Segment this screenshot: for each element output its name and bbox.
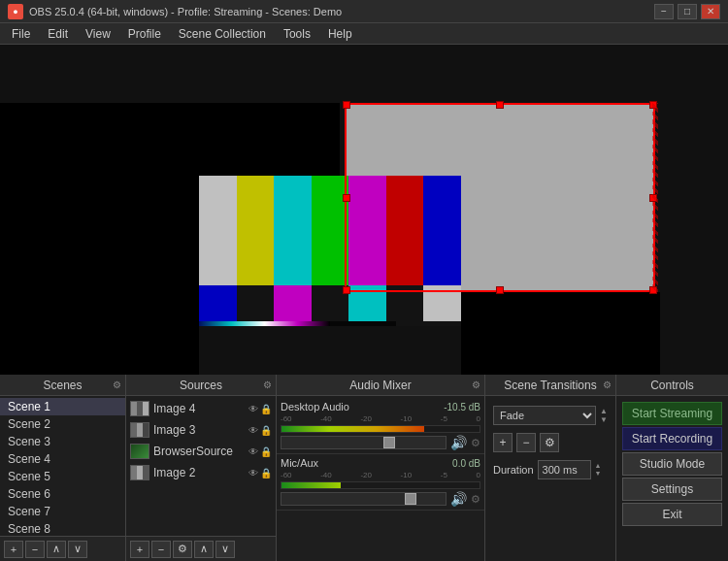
scene-item-6[interactable]: Scene 6 <box>0 485 125 503</box>
transition-settings-button[interactable]: ⚙ <box>540 433 559 452</box>
add-source-button[interactable]: + <box>130 541 149 558</box>
sources-panel-header: Sources ⚙ <box>126 375 276 396</box>
exit-button[interactable]: Exit <box>622 503 722 526</box>
close-button[interactable]: ✕ <box>701 4 720 19</box>
fader-thumb-mic[interactable] <box>405 493 416 505</box>
menu-edit[interactable]: Edit <box>40 24 76 44</box>
minimize-button[interactable]: − <box>654 4 674 19</box>
menu-scene-collection[interactable]: Scene Collection <box>171 24 274 44</box>
source-item-browser[interactable]: BrowserSource 👁 🔒 <box>126 441 276 462</box>
remove-transition-button[interactable]: − <box>516 433 536 452</box>
level-meter-mic <box>281 481 480 489</box>
transitions-action-row: + − ⚙ <box>489 429 612 456</box>
source-thumb-image3 <box>130 422 149 438</box>
level-markers-mic: -60-40-20-10-50 <box>281 471 480 479</box>
source-name-browser: BrowserSource <box>153 445 245 458</box>
preview-black-around-bars <box>199 326 461 375</box>
audio-mixer-header: Audio Mixer ⚙ <box>277 375 484 396</box>
panels-row: Scenes ⚙ Scene 1 Scene 2 Scene 3 Scene 4… <box>0 375 728 561</box>
fader-row-mic: 🔊 ⚙ <box>281 491 480 507</box>
desktop-audio-track: Desktop Audio -10.5 dB -60-40-20-10-50 🔊 <box>277 398 484 454</box>
studio-mode-button[interactable]: Studio Mode <box>622 452 722 476</box>
scene-item-4[interactable]: Scene 4 <box>0 450 125 468</box>
preview-black-topleft <box>0 103 199 375</box>
scenes-header-arrow: ⚙ <box>113 380 121 390</box>
source-lock-browser[interactable]: 🔒 <box>260 446 272 457</box>
desktop-audio-level: -10.5 dB <box>444 402 480 412</box>
fader-thumb-desktop[interactable] <box>383 437 395 448</box>
duration-row: Duration ▲ ▼ <box>489 456 612 483</box>
source-settings-button[interactable]: ⚙ <box>173 541 192 558</box>
settings-button[interactable]: Settings <box>622 478 722 501</box>
start-recording-button[interactable]: Start Recording <box>622 427 722 450</box>
remove-source-button[interactable]: − <box>151 541 171 558</box>
fader-track-desktop[interactable] <box>281 436 447 449</box>
level-meter-desktop <box>281 425 480 433</box>
mic-aux-level: 0.0 dB <box>452 458 480 469</box>
source-lock-image3[interactable]: 🔒 <box>260 425 272 436</box>
source-down-button[interactable]: ∨ <box>215 541 235 558</box>
scene-down-button[interactable]: ∨ <box>68 541 87 558</box>
window-controls: − □ ✕ <box>654 4 720 19</box>
transition-select[interactable]: Fade Cut Swipe Slide <box>493 406 596 425</box>
level-fill-mic <box>281 482 341 488</box>
source-name-image4: Image 4 <box>153 402 245 415</box>
bottom-panel: Scenes ⚙ Scene 1 Scene 2 Scene 3 Scene 4… <box>0 375 728 561</box>
duration-input[interactable] <box>538 460 591 479</box>
transition-up-arrow[interactable]: ▲ <box>600 408 608 415</box>
gear-icon-mic[interactable]: ⚙ <box>471 493 480 506</box>
source-up-button[interactable]: ∧ <box>194 541 214 558</box>
source-name-image3: Image 3 <box>153 423 245 437</box>
scene-item-1[interactable]: Scene 1 <box>0 398 125 415</box>
menu-profile[interactable]: Profile <box>120 24 169 44</box>
source-thumb-image4 <box>130 401 149 416</box>
transition-down-arrow[interactable]: ▼ <box>600 416 608 424</box>
source-item-image4[interactable]: Image 4 👁 🔒 <box>126 398 276 419</box>
remove-scene-button[interactable]: − <box>25 541 45 558</box>
scenes-header-label: Scenes <box>43 379 82 392</box>
scene-item-2[interactable]: Scene 2 <box>0 415 125 433</box>
source-item-image2[interactable]: Image 2 👁 🔒 <box>126 462 276 483</box>
audio-mixer-panel: Audio Mixer ⚙ Desktop Audio -10.5 dB -60… <box>277 375 485 561</box>
controls-panel: Controls Start Streaming Start Recording… <box>616 375 728 561</box>
source-item-image3[interactable]: Image 3 👁 🔒 <box>126 419 276 441</box>
transitions-content: Fade Cut Swipe Slide ▲ ▼ + − ⚙ <box>485 396 615 489</box>
source-lock-image4[interactable]: 🔒 <box>260 404 272 414</box>
source-icons-image4: 👁 🔒 <box>248 404 272 414</box>
transitions-header-label: Scene Transitions <box>504 379 596 392</box>
sources-footer: + − ⚙ ∧ ∨ <box>126 536 276 561</box>
add-transition-button[interactable]: + <box>493 433 513 452</box>
source-icons-image2: 👁 🔒 <box>248 468 272 478</box>
volume-icon-mic[interactable]: 🔊 <box>450 491 467 507</box>
duration-up-button[interactable]: ▲ <box>595 462 602 470</box>
menu-tools[interactable]: Tools <box>276 24 318 44</box>
scene-up-button[interactable]: ∧ <box>47 541 66 558</box>
scene-item-5[interactable]: Scene 5 <box>0 468 125 485</box>
window-title: OBS 25.0.4 (64-bit, windows) - Profile: … <box>29 6 654 17</box>
scene-item-3[interactable]: Scene 3 <box>0 433 125 450</box>
source-eye-image4[interactable]: 👁 <box>248 404 258 414</box>
transition-spinners: ▲ ▼ <box>600 408 608 424</box>
source-eye-image3[interactable]: 👁 <box>248 425 258 436</box>
scene-item-8[interactable]: Scene 8 <box>0 520 125 536</box>
source-eye-browser[interactable]: 👁 <box>248 446 258 457</box>
source-eye-image2[interactable]: 👁 <box>248 468 258 478</box>
add-scene-button[interactable]: + <box>4 541 23 558</box>
maximize-button[interactable]: □ <box>678 4 697 19</box>
menu-help[interactable]: Help <box>320 24 360 44</box>
duration-down-button[interactable]: ▼ <box>595 470 602 478</box>
menu-file[interactable]: File <box>4 24 38 44</box>
scene-item-7[interactable]: Scene 7 <box>0 503 125 520</box>
scenes-list: Scene 1 Scene 2 Scene 3 Scene 4 Scene 5 … <box>0 396 125 536</box>
sources-header-arrow: ⚙ <box>263 380 272 390</box>
volume-icon-desktop[interactable]: 🔊 <box>450 435 467 450</box>
fader-track-mic[interactable] <box>281 492 447 506</box>
audio-tracks: Desktop Audio -10.5 dB -60-40-20-10-50 🔊 <box>277 396 484 561</box>
gear-icon-desktop[interactable]: ⚙ <box>471 437 480 449</box>
app-icon: ● <box>8 4 23 19</box>
selection-hatch <box>652 103 658 292</box>
source-lock-image2[interactable]: 🔒 <box>260 468 272 478</box>
source-icons-image3: 👁 🔒 <box>248 425 272 436</box>
start-streaming-button[interactable]: Start Streaming <box>622 402 722 425</box>
menu-view[interactable]: View <box>78 24 118 44</box>
